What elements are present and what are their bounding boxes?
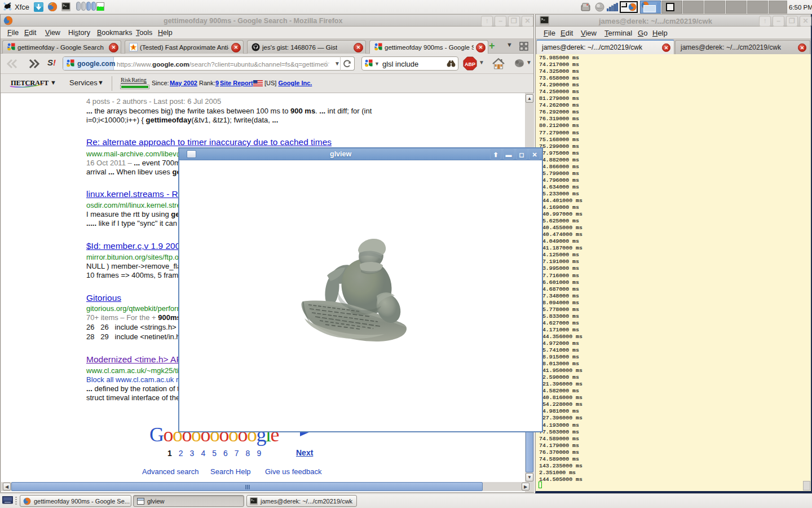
svg-text:ABP: ABP [465, 62, 475, 67]
